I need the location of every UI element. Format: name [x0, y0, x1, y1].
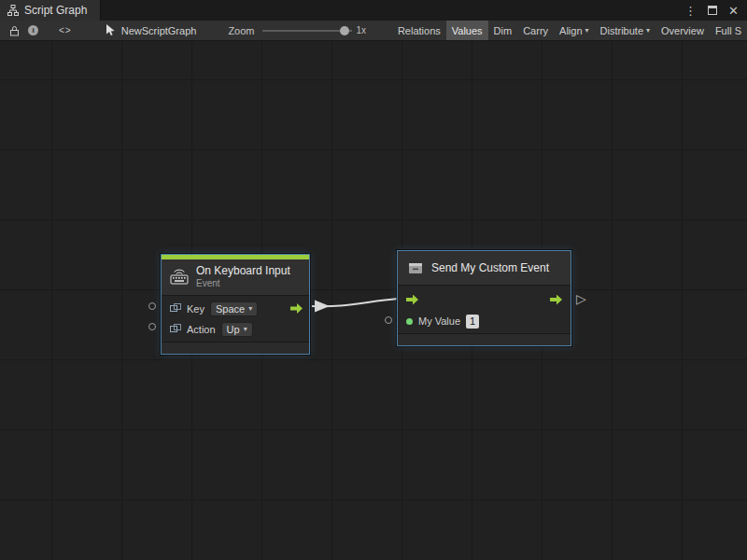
info-icon[interactable]: i [28, 25, 38, 35]
button-label: Overview [661, 25, 704, 36]
keyboard-icon [170, 269, 189, 285]
port-row-key: Key Space ▾ [162, 299, 309, 319]
code-toggle-icon[interactable]: <> [59, 25, 72, 35]
flow-output-port[interactable] [550, 295, 562, 305]
action-dropdown[interactable]: Up ▾ [221, 322, 253, 337]
script-graph-window: Script Graph ⋮ ✕ i <> NewScriptGraph Zoo… [0, 0, 747, 560]
port-label: Key [187, 303, 204, 315]
port-row-action: Action Up ▾ [162, 319, 309, 340]
graph-selector[interactable]: NewScriptGraph [106, 24, 197, 36]
node-on-keyboard-input[interactable]: On Keyboard Input Event Key Space ▾ [161, 254, 310, 355]
tab-script-graph[interactable]: Script Graph [0, 0, 101, 21]
node-body: Key Space ▾ Action [162, 296, 309, 342]
menu-icon[interactable]: ⋮ [684, 4, 697, 18]
graph-canvas[interactable]: On Keyboard Input Event Key Space ▾ [0, 41, 747, 560]
dropdown-value: Up [227, 324, 240, 335]
toolbar-button-dim[interactable]: Dim [488, 21, 518, 40]
toolbar-button-values[interactable]: Values [446, 21, 488, 40]
button-label: Values [452, 25, 483, 36]
connection-layer [0, 41, 747, 560]
chevron-down-icon: ▾ [244, 325, 247, 333]
node-header: On Keyboard Input Event [162, 259, 309, 296]
value-port-dot[interactable] [406, 318, 413, 325]
port-row-my-value: My Value 1 [398, 311, 571, 331]
close-icon[interactable]: ✕ [728, 4, 739, 18]
toolbar-button-overview[interactable]: Overview [655, 21, 710, 40]
toolbar-button-align[interactable]: Align▾ [554, 21, 594, 40]
toolbar-button-fullscreen[interactable]: Full S [710, 21, 747, 40]
button-label: Align [559, 25, 582, 36]
button-label: Relations [398, 25, 441, 36]
node-title: On Keyboard Input [196, 264, 290, 278]
node-title: Send My Custom Event [431, 261, 549, 274]
dropdown-value: Space [216, 303, 245, 315]
tab-title: Script Graph [24, 4, 87, 17]
toolbar-button-carry[interactable]: Carry [517, 21, 554, 40]
flow-row [398, 288, 571, 311]
event-sender-icon [407, 260, 424, 275]
button-label: Dim [494, 25, 513, 36]
flow-continuation-port[interactable]: ▷ [576, 292, 586, 305]
window-controls: ⋮ ✕ [684, 0, 747, 21]
button-label: Distribute [600, 25, 643, 36]
my-value-input[interactable]: 1 [466, 315, 479, 329]
flow-input-port[interactable] [406, 295, 418, 305]
cursor-icon [106, 24, 116, 36]
toolbar-button-distribute[interactable]: Distribute▾ [595, 21, 655, 40]
lock-icon[interactable] [6, 21, 22, 40]
button-label: Full S [715, 25, 741, 36]
zoom-label: Zoom [228, 25, 254, 36]
unit-icon [170, 324, 181, 334]
toolbar-buttons: Relations Values Dim Carry Align▾ Distri… [392, 21, 747, 40]
input-port-key[interactable] [148, 302, 156, 310]
node-header: Send My Custom Event [398, 251, 571, 286]
input-port-my-value[interactable] [385, 316, 392, 324]
toolbar-button-relations[interactable]: Relations [392, 21, 446, 40]
port-label: Action [187, 324, 216, 335]
node-footer [162, 342, 309, 354]
script-graph-icon [7, 5, 19, 16]
zoom-slider-knob[interactable] [340, 26, 349, 35]
zoom-value: 1x [357, 25, 367, 35]
chevron-down-icon: ▾ [248, 304, 252, 313]
node-send-my-custom-event[interactable]: Send My Custom Event My Value 1 [397, 250, 571, 346]
button-label: Carry [523, 25, 548, 36]
chevron-down-icon: ▾ [646, 26, 650, 35]
zoom-slider[interactable] [262, 25, 352, 36]
port-label: My Value [418, 315, 460, 327]
tab-bar: Script Graph ⋮ ✕ [0, 0, 747, 21]
chevron-down-icon: ▾ [585, 26, 589, 35]
flow-output-port[interactable] [290, 303, 303, 314]
key-dropdown[interactable]: Space ▾ [210, 301, 258, 316]
maximize-icon[interactable] [708, 6, 717, 15]
graph-name: NewScriptGraph [121, 25, 197, 36]
connection-arrowhead [315, 301, 330, 313]
input-port-action[interactable] [148, 323, 156, 330]
node-footer [398, 333, 571, 345]
unit-icon [170, 303, 181, 314]
node-body: My Value 1 [398, 286, 571, 333]
node-subtitle: Event [196, 278, 290, 290]
graph-toolbar: i <> NewScriptGraph Zoom 1x Relations Va… [0, 21, 747, 41]
